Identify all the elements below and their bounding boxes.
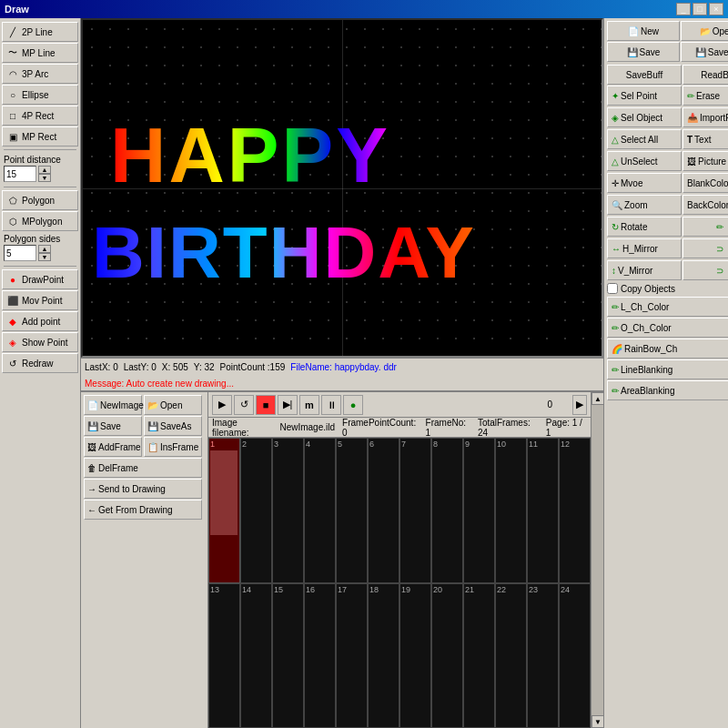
drawpoint-tool[interactable]: ● DrawPoint [2,269,78,289]
save-button[interactable]: 💾 Save [607,42,680,62]
ellipse-tool[interactable]: ○ Ellipse [2,85,78,105]
mp-line-tool[interactable]: 〜 MP Line [2,43,78,63]
polygon-tool[interactable]: ⬠ Polygon [2,190,78,210]
sym-button-1[interactable]: ⊃ [682,238,728,258]
copy-objects-checkbox[interactable] [607,283,618,294]
2p-line-tool[interactable]: ╱ 2P Line [2,22,78,42]
del-frame-button[interactable]: 🗑 DelFrame [84,458,202,478]
move-button[interactable]: ✛ Mvoe [607,173,682,193]
canvas-container[interactable]: HAPPY BIRTHDAY [81,18,603,358]
stop-button[interactable]: ■ [256,395,276,415]
timeline-right-arrow[interactable]: ▶ [572,395,587,415]
play-button[interactable]: ▶ [212,395,232,415]
minimize-button[interactable]: _ [676,3,691,15]
open-image-button[interactable]: 📂 Open [144,395,202,415]
timeline-cell-1[interactable]: 1 [208,438,240,583]
timeline-cell-11[interactable]: 11 [527,438,559,583]
get-from-drawing-button[interactable]: ← Get From Drawing [84,500,202,520]
read-buff-button[interactable]: ReadBuff [682,65,728,85]
maximize-button[interactable]: □ [693,3,707,15]
mp-rect-tool[interactable]: ▣ MP Rect [2,126,78,147]
save-buff-button[interactable]: SaveBuff [607,65,682,85]
timeline-cell-16[interactable]: 16 [304,583,336,729]
sym-button-2[interactable]: ⊃ [682,260,728,280]
loop-button[interactable]: ↺ [234,395,254,415]
timeline-cell-12[interactable]: 12 [559,438,591,583]
timeline-cell-10[interactable]: 10 [495,438,527,583]
timeline-cell-24[interactable]: 24 [559,583,591,729]
send-to-drawing-button[interactable]: → Send to Drawing [84,479,202,499]
timeline-cell-6[interactable]: 6 [368,438,399,583]
polygon-sides-input[interactable]: 5 [4,245,36,261]
open-button[interactable]: 📂 Open [681,21,728,41]
select-all-icon: △ [612,135,619,145]
show-point-tool[interactable]: ◈ Show Point [2,332,78,352]
save-as-button[interactable]: 💾 SaveAs [681,42,728,62]
h-mirror-button[interactable]: ↔ H_Mirror [607,238,682,258]
select-all-button[interactable]: △ Select All [607,129,682,149]
erase-button[interactable]: ✏ Erase [682,86,728,106]
4p-rect-tool[interactable]: □ 4P Rect [2,106,78,126]
timeline-cell-5[interactable]: 5 [336,438,368,583]
import-plt-button[interactable]: 📥 ImportPLT [682,107,728,127]
back-color-button[interactable]: BackColor [682,195,728,215]
x-coord: X: 505 [162,362,188,372]
timeline-cell-13[interactable]: 13 [208,583,240,729]
timeline-cell-20[interactable]: 20 [431,583,463,729]
timeline-scroll-down[interactable]: ▼ [592,715,604,728]
timeline-cell-17[interactable]: 17 [336,583,368,729]
timeline-cell-8[interactable]: 8 [431,438,463,583]
text-button[interactable]: T Text [682,129,728,149]
new-image-button[interactable]: 📄 NewImage [84,395,142,415]
3p-arc-tool[interactable]: ◠ 3P Arc [2,64,78,84]
rainbow-ch-button[interactable]: 🌈 RainBow_Ch [607,339,728,359]
timeline-cell-4[interactable]: 4 [304,438,336,583]
timeline-cell-9[interactable]: 9 [463,438,495,583]
point-distance-up[interactable]: ▲ [38,166,51,174]
redraw-tool[interactable]: ↺ Redraw [2,353,78,373]
o-ch-color-button[interactable]: ✏ O_Ch_Color [607,318,728,338]
green-button[interactable]: ● [343,395,363,415]
unselect-button[interactable]: △ UnSelect [607,151,682,171]
timeline-cell-14[interactable]: 14 [240,583,272,729]
timeline-cell-23[interactable]: 23 [527,583,559,729]
right-top-buttons: 📄 New 📂 Open 💾 Save 💾 SaveAs [604,18,728,65]
mov-point-tool[interactable]: ⬛ Mov Point [2,290,78,310]
polygon-sides-down[interactable]: ▼ [38,253,51,261]
add-frame-button[interactable]: 🖼 AddFrame [84,437,142,457]
save-as-image-button[interactable]: 💾 SaveAs [144,416,202,436]
separator-3 [4,266,76,267]
pen-button-1[interactable]: ✏ [682,217,728,237]
timeline-cell-21[interactable]: 21 [463,583,495,729]
v-mirror-button[interactable]: ↕ V_Mirror [607,260,682,280]
point-distance-down[interactable]: ▼ [38,174,51,182]
timeline-cell-22[interactable]: 22 [495,583,527,729]
line-blanking-button[interactable]: ✏ LineBlanking [607,359,728,379]
timeline-cell-3[interactable]: 3 [272,438,304,583]
point-distance-input[interactable]: 15 [4,166,36,182]
rotate-button[interactable]: ↻ Rotate [607,217,682,237]
new-button[interactable]: 📄 New [607,21,680,41]
picture-button[interactable]: 🖼 Picture [682,151,728,171]
blank-color-button[interactable]: BlankColor [682,173,728,193]
mpolygon-tool[interactable]: ⬡ MPolygon [2,211,78,231]
close-button[interactable]: × [709,3,723,15]
l-ch-color-button[interactable]: ✏ L_Ch_Color [607,297,728,317]
timeline-scroll-up[interactable]: ▲ [592,392,604,405]
sel-point-button[interactable]: ✦ Sel Point [607,86,682,106]
timeline-cell-7[interactable]: 7 [399,438,431,583]
add-point-tool[interactable]: ◆ Add point [2,311,78,331]
ins-frame-button[interactable]: 📋 InsFrame [144,437,202,457]
save-image-button[interactable]: 💾 Save [84,416,142,436]
record-button[interactable]: m [299,395,319,415]
timeline-cell-19[interactable]: 19 [399,583,431,729]
zoom-button[interactable]: 🔍 Zoom [607,195,682,215]
sel-object-button[interactable]: ◈ Sel Object [607,107,682,127]
polygon-sides-up[interactable]: ▲ [38,245,51,253]
pause-button[interactable]: ⏸ [321,395,341,415]
timeline-cell-15[interactable]: 15 [272,583,304,729]
timeline-cell-18[interactable]: 18 [368,583,399,729]
timeline-cell-2[interactable]: 2 [240,438,272,583]
step-button[interactable]: ▶| [278,395,298,415]
area-blanking-button[interactable]: ✏ AreaBlanking [607,380,728,400]
